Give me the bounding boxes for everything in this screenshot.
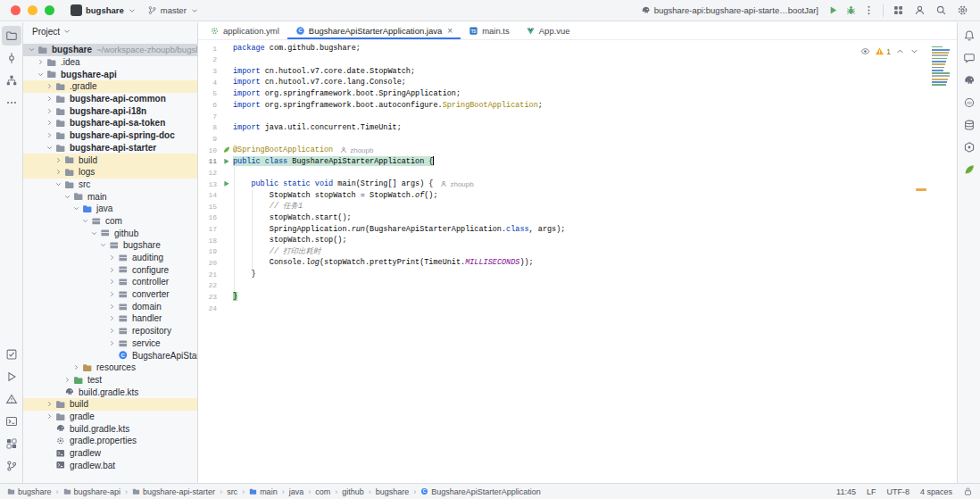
tool-notifications-button[interactable] [959, 26, 979, 46]
code-line[interactable]: 18 stopWatch.stop(); [198, 235, 957, 246]
code-line[interactable]: 20 Console.log(stopWatch.prettyPrint(Tim… [198, 257, 957, 269]
tool-ai-assistant-button[interactable] [959, 48, 979, 68]
chevron-right-icon[interactable] [45, 95, 54, 103]
tree-item-gradlew[interactable]: gradlew [23, 447, 197, 460]
tree-item-resources[interactable]: resources [23, 362, 197, 374]
author-inlay-hint[interactable]: zhoupb [340, 146, 373, 154]
code-line[interactable]: 19 // 打印出耗时 [198, 246, 957, 258]
minimize-window-button[interactable] [28, 5, 37, 15]
code-line[interactable]: 14 StopWatch stopWatch = StopWatch.of(); [198, 189, 957, 201]
code-line[interactable]: 7 [198, 111, 957, 122]
code-line[interactable]: 15 // 任务1 [198, 201, 957, 212]
breadcrumb-bugshare[interactable]: bugshare [7, 487, 52, 496]
code-line[interactable]: 21 } [198, 269, 957, 280]
caret-position[interactable]: 11:45 [836, 487, 856, 496]
tree-item-test[interactable]: test [23, 374, 197, 387]
chevron-down-icon[interactable] [54, 180, 63, 188]
chevron-right-icon[interactable] [54, 168, 63, 176]
run-gutter-icon[interactable] [220, 179, 233, 188]
tree-item-build[interactable]: build [23, 398, 197, 411]
tree-item-converter[interactable]: converter [23, 288, 197, 301]
tree-item-bugshare-api-spring-doc[interactable]: bugshare-api-spring-doc [23, 129, 197, 142]
file-encoding[interactable]: UTF-8 [886, 487, 909, 496]
tree-item-configure[interactable]: configure [23, 263, 197, 276]
chevron-right-icon[interactable] [107, 290, 117, 298]
close-tab-icon[interactable]: × [447, 27, 453, 36]
tree-item-domain[interactable]: domain [23, 300, 197, 312]
breadcrumb-com[interactable]: com [315, 487, 330, 496]
chevron-right-icon[interactable] [107, 278, 117, 286]
chevron-right-icon[interactable] [107, 327, 117, 335]
chevron-down-icon[interactable] [71, 204, 81, 212]
chevron-down-icon[interactable] [27, 46, 37, 54]
tree-item-bugshare-api-sa-token[interactable]: bugshare-api-sa-token [23, 117, 197, 129]
profile-button[interactable] [910, 2, 928, 20]
tree-item-bugshare-api-common[interactable]: bugshare-api-common [23, 93, 197, 105]
line-separator[interactable]: LF [867, 487, 876, 496]
chevron-down-icon[interactable] [89, 229, 99, 237]
code-line[interactable]: 17 SpringApplication.run(BugshareApiStar… [198, 223, 957, 235]
search-everywhere-button[interactable] [932, 2, 950, 20]
code-line[interactable]: 23} [198, 291, 957, 303]
more-run-options-button[interactable] [860, 2, 877, 20]
code-line[interactable]: 9 [198, 133, 957, 145]
warning-summary[interactable]: 1 [875, 46, 891, 56]
run-configuration-selector[interactable]: bugshare-api:bugshare-api-starte…bootJar… [635, 2, 824, 20]
tree-item-gradlew.bat[interactable]: gradlew.bat [23, 459, 197, 471]
tool-project-button[interactable] [2, 26, 21, 46]
tool-version-control-button[interactable] [2, 456, 21, 476]
code-line[interactable]: 12 [198, 167, 957, 179]
tree-item-java[interactable]: java [23, 203, 197, 215]
tree-item-src[interactable]: src [23, 179, 197, 191]
tree-item-main[interactable]: main [23, 190, 197, 203]
chevron-down-icon[interactable] [45, 144, 54, 152]
tree-item-.gradle[interactable]: .gradle [23, 80, 197, 93]
indent-style[interactable]: 4 spaces [920, 487, 952, 496]
chevron-right-icon[interactable] [107, 303, 117, 311]
tool-maven-button[interactable]: m [959, 93, 979, 112]
debug-button[interactable] [842, 2, 860, 20]
tool-structure-button[interactable] [2, 71, 21, 90]
tool-spring-button[interactable] [959, 160, 979, 179]
tree-item-service[interactable]: service [23, 337, 197, 350]
breadcrumb-BugshareApiStarterApplication[interactable]: CBugshareApiStarterApplication [420, 487, 541, 496]
run-gutter-icon[interactable] [220, 157, 233, 166]
code-line[interactable]: 22 [198, 279, 957, 291]
chevron-right-icon[interactable] [45, 82, 54, 90]
tool-database-button[interactable] [959, 115, 979, 135]
chevron-down-icon[interactable] [98, 241, 108, 249]
code-line[interactable]: 16 stopWatch.start(); [198, 212, 957, 224]
chevron-right-icon[interactable] [45, 131, 54, 139]
previous-problem-icon[interactable] [895, 46, 905, 56]
tool-endpoints-button[interactable] [959, 137, 979, 157]
tree-item-bugshare-api-i18n[interactable]: bugshare-api-i18n [23, 104, 197, 117]
chevron-right-icon[interactable] [107, 266, 117, 274]
code-line[interactable]: 11public class BugshareApiStarterApplica… [198, 155, 957, 167]
chevron-right-icon[interactable] [107, 254, 117, 262]
tree-item-bugshare[interactable]: bugshare [23, 239, 197, 252]
chevron-right-icon[interactable] [45, 107, 54, 115]
chevron-right-icon[interactable] [71, 363, 81, 371]
project-view-selector[interactable]: Project [23, 22, 197, 40]
next-problem-icon[interactable] [909, 46, 919, 56]
widgets-button[interactable] [889, 2, 907, 20]
tree-item-build.gradle.kts[interactable]: build.gradle.kts [23, 386, 197, 398]
tree-item-gradle[interactable]: gradle [23, 411, 197, 423]
code-editor[interactable]: 1package com.github.bugshare;23import cn… [198, 40, 957, 483]
code-line[interactable]: 8import java.util.concurrent.TimeUnit; [198, 121, 957, 133]
tool-more-tools-button[interactable] [2, 93, 21, 112]
chevron-right-icon[interactable] [107, 314, 117, 322]
tree-item-bugshare[interactable]: bugshare~/workspace-zhoupb/bugshare [23, 44, 197, 56]
chevron-down-icon[interactable] [36, 71, 46, 79]
breadcrumb-main[interactable]: main [249, 487, 278, 496]
chevron-right-icon[interactable] [45, 400, 54, 408]
code-line[interactable]: 24 [198, 303, 957, 314]
code-line[interactable]: 4import cn.hutool.v7.core.lang.Console; [198, 77, 957, 88]
chevron-right-icon[interactable] [107, 339, 117, 347]
code-line[interactable]: 6import org.springframework.boot.autocon… [198, 99, 957, 111]
run-button[interactable] [824, 2, 842, 20]
chevron-right-icon[interactable] [36, 58, 46, 66]
code-line[interactable]: 13 public static void main(String[] args… [198, 179, 957, 190]
tool-terminal-button[interactable] [2, 412, 21, 431]
tree-item-github[interactable]: github [23, 227, 197, 239]
